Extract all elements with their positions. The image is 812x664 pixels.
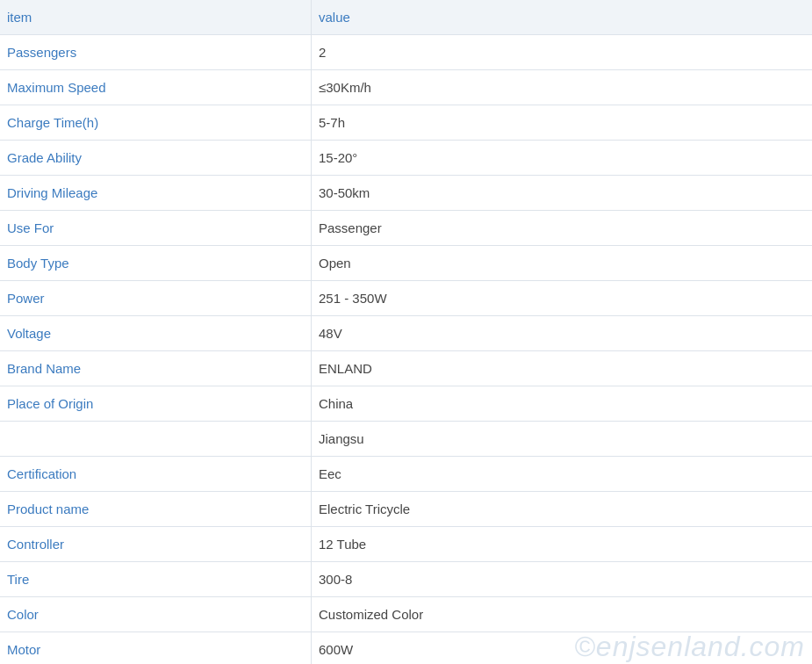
table-row: CertificationEec — [0, 457, 812, 492]
item-cell: Charge Time(h) — [0, 105, 312, 140]
spec-table: item value Passengers2Maximum Speed≤30Km… — [0, 0, 812, 664]
table-row: Use ForPassenger — [0, 211, 812, 246]
value-cell: Open — [312, 246, 812, 280]
item-cell: Motor — [0, 632, 312, 664]
value-cell: 48V — [312, 316, 812, 350]
value-cell: ≤30Km/h — [312, 70, 812, 105]
table-row: Grade Ability15-20° — [0, 141, 812, 176]
value-cell: 251 - 350W — [312, 281, 812, 315]
item-cell: Color — [0, 597, 312, 632]
value-cell: 12 Tube — [312, 527, 812, 561]
table-row: ColorCustomized Color — [0, 597, 812, 632]
item-cell: Passengers — [0, 35, 312, 69]
table-row: Product nameElectric Tricycle — [0, 492, 812, 527]
table-row: Charge Time(h)5-7h — [0, 105, 812, 141]
value-cell: ENLAND — [312, 351, 812, 386]
table-row: Driving Mileage30-50km — [0, 176, 812, 211]
table-row: Power251 - 350W — [0, 281, 812, 316]
value-cell: 2 — [312, 35, 812, 69]
item-cell: Brand Name — [0, 351, 312, 386]
value-cell: 5-7h — [312, 105, 812, 140]
item-cell: Grade Ability — [0, 141, 312, 175]
table-row: Brand NameENLAND — [0, 351, 812, 386]
item-cell: Body Type — [0, 246, 312, 280]
item-cell: Product name — [0, 492, 312, 526]
item-cell: Tire — [0, 562, 312, 596]
table-row: Body TypeOpen — [0, 246, 812, 281]
item-cell: Voltage — [0, 316, 312, 350]
header-item-label: item — [7, 10, 32, 25]
value-cell: China — [312, 386, 812, 421]
item-cell: Certification — [0, 457, 312, 491]
value-cell: 30-50km — [312, 176, 812, 210]
value-cell: 300-8 — [312, 562, 812, 596]
item-cell: Driving Mileage — [0, 176, 312, 210]
table-row: Tire300-8 — [0, 562, 812, 597]
table-row: Controller12 Tube — [0, 527, 812, 562]
table-row: Jiangsu — [0, 422, 812, 457]
header-item-cell: item — [0, 0, 312, 34]
value-cell: Jiangsu — [312, 422, 812, 456]
item-cell: Power — [0, 281, 312, 315]
value-cell: 15-20° — [312, 141, 812, 175]
header-value-cell: value — [312, 0, 812, 34]
item-cell: Place of Origin — [0, 386, 312, 421]
table-row: Passengers2 — [0, 35, 812, 70]
item-cell: Maximum Speed — [0, 70, 312, 105]
item-cell — [0, 422, 312, 456]
header-value-label: value — [319, 10, 350, 25]
value-cell: Eec — [312, 457, 812, 491]
table-row: Voltage48V — [0, 316, 812, 351]
item-cell: Use For — [0, 211, 312, 245]
item-cell: Controller — [0, 527, 312, 561]
value-cell: Customized Color — [312, 597, 812, 632]
value-cell: 600W — [312, 632, 812, 664]
table-row: Maximum Speed≤30Km/h — [0, 70, 812, 105]
table-row: Place of OriginChina — [0, 386, 812, 422]
table-row: Motor600W©enjsenland.com — [0, 632, 812, 664]
table-header-row: item value — [0, 0, 812, 35]
value-cell: Electric Tricycle — [312, 492, 812, 526]
value-cell: Passenger — [312, 211, 812, 245]
